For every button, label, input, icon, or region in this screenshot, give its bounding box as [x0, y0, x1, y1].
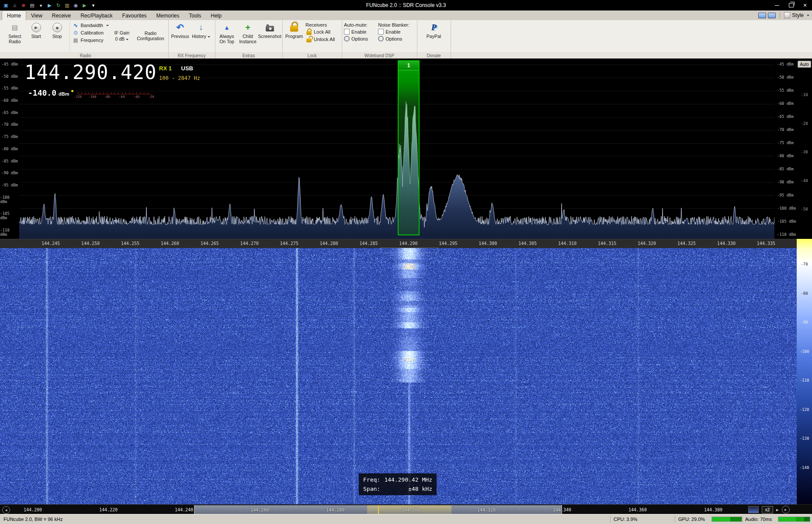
auto-mute-label: Auto-mute: [344, 22, 376, 28]
tab-favourites[interactable]: Favourites [118, 10, 152, 20]
db-axis-label: -75 dBm [1, 134, 18, 139]
tab-help[interactable]: Help [206, 10, 226, 20]
refresh-icon[interactable]: ↻ [55, 2, 62, 9]
group-rx-frequency: Previous History RX Frequency [168, 20, 215, 59]
mode-label[interactable]: USB [181, 65, 193, 72]
device-status: FUNcube 2.0, BW = 96 kHz [3, 517, 62, 522]
auto-mute-enable-checkbox[interactable]: Enable [344, 29, 376, 34]
screen-1-icon[interactable] [758, 13, 766, 18]
tab-view[interactable]: View [26, 10, 47, 20]
noise-blanker-enable-checkbox[interactable]: Enable [378, 29, 415, 34]
screen-2-icon[interactable] [768, 13, 776, 18]
screenshot-button[interactable]: Screenshot [258, 21, 281, 40]
tab-memories[interactable]: Memories [152, 10, 184, 20]
noise-blanker-options-button[interactable]: Options [378, 36, 415, 41]
previous-frequency-button[interactable]: Previous [170, 21, 191, 40]
right-control-strip: Auto -10-20-30-40-50 -70-80-90-100-110-1… [797, 59, 812, 504]
maximize-button[interactable] [784, 0, 798, 10]
style-icon [784, 12, 790, 18]
start-icon[interactable]: ▶ [81, 2, 88, 9]
receiver-1-marker[interactable]: 1 [399, 61, 419, 70]
app-icon[interactable]: ▣ [2, 2, 10, 9]
group-radio: Select Radio Start Stop Bandwidth Calibr… [3, 20, 169, 59]
stop-button[interactable]: Stop [47, 21, 68, 40]
db-axis-label: -75 dBm [777, 141, 794, 145]
play-icon[interactable]: ▶ [46, 2, 53, 9]
down-arrow-icon [199, 23, 203, 32]
scroll-right-button[interactable] [782, 506, 790, 514]
bandwidth-icon [73, 22, 78, 28]
calibration-button[interactable]: Calibration [72, 30, 108, 36]
spectrum-auto-button[interactable]: Auto [798, 61, 811, 68]
frequency-tooltip: Freq: 144.290.42 MHz Span: ±48 kHz [359, 473, 437, 495]
status-bar: FUNcube 2.0, BW = 96 kHz CPU: 3.9% GPU: … [0, 514, 812, 524]
tab-rec-playback[interactable]: Rec/Playback [76, 10, 117, 20]
zoom-button[interactable]: x2 [762, 506, 773, 514]
divider [675, 516, 675, 523]
tab-home[interactable]: Home [2, 10, 26, 20]
scroll-right-arrow-button[interactable] [776, 507, 779, 513]
select-radio-icon[interactable]: ▤ [28, 2, 36, 9]
waterfall-scale-label: -140 [800, 465, 809, 470]
always-on-top-button[interactable]: Always On Top [216, 21, 237, 45]
checkbox-icon [344, 29, 350, 34]
scroll-left-button[interactable] [2, 506, 10, 514]
divider [610, 516, 611, 523]
quick-access-toolbar: ▣⌂⊗▤●▶↻▥◉▶▾ [0, 2, 97, 9]
tooltip-span-label: Span: [363, 486, 380, 492]
radio-icon [12, 24, 18, 31]
waterfall-display[interactable] [0, 248, 797, 504]
spectrum-display[interactable] [19, 59, 774, 239]
receiver-filter-passband[interactable]: 1 [398, 60, 420, 235]
window-controls: × [770, 0, 812, 10]
memories-icon[interactable]: ▥ [63, 2, 71, 9]
sdr-console-window: ▣⌂⊗▤●▶↻▥◉▶▾ FUNcube 2.0 :: SDR Console v… [0, 0, 812, 524]
span-selection-outline [381, 248, 438, 253]
divider [780, 12, 780, 18]
home-icon[interactable]: ⌂ [11, 2, 18, 9]
spectrum-range-slider[interactable]: -10-20-30-40-50 [797, 93, 812, 211]
db-axis-label: -80 dBm [1, 147, 18, 151]
child-instance-button[interactable]: Child Instance [237, 21, 258, 45]
db-axis-label: -70 dBm [777, 128, 794, 132]
auto-mute-options-button[interactable]: Options [344, 36, 376, 41]
bandwidth-button[interactable]: Bandwidth [72, 22, 108, 28]
lock-all-button[interactable]: Lock All [305, 29, 335, 35]
db-axis-label: -60 dBm [777, 101, 794, 106]
tooltip-freq-label: Freq: [363, 476, 380, 483]
db-axis-label: -95 dBm [777, 193, 794, 197]
tab-tools[interactable]: Tools [184, 10, 206, 20]
camera-icon [266, 26, 274, 31]
db-axis-label: -100 dBm [0, 195, 18, 204]
tab-receive[interactable]: Receive [47, 10, 76, 20]
undo-arrow-icon [176, 22, 184, 33]
frequency-button[interactable]: Frequency [72, 37, 108, 43]
db-axis-label: -95 dBm [1, 183, 18, 187]
ribbon-tabs: HomeViewReceiveRec/PlaybackFavouritesMem… [0, 10, 226, 20]
screenshot-icon[interactable]: ◉ [72, 2, 80, 9]
chevron-down-icon [807, 15, 809, 17]
start-button[interactable]: Start [26, 21, 47, 40]
unlock-all-button[interactable]: Unlock All [305, 36, 335, 42]
display-mode-button[interactable] [748, 506, 759, 513]
select-radio-button[interactable]: Select Radio [4, 21, 26, 45]
if-gain-button[interactable]: IF Gain 0 dB [110, 21, 134, 51]
history-button[interactable]: History [191, 21, 212, 40]
db-axis-label: -65 dBm [1, 110, 18, 115]
radio-configuration-button[interactable]: Radio Configuration [134, 21, 167, 51]
style-menu[interactable]: Style [792, 12, 804, 18]
program-lock-button[interactable]: Program [284, 21, 305, 40]
close-button[interactable]: × [798, 0, 812, 10]
customize-arrow-icon[interactable]: ▾ [90, 2, 97, 9]
frequency-readout[interactable]: 144.290.420 [24, 61, 156, 83]
db-axis-label: -85 dBm [777, 167, 794, 171]
power-icon[interactable]: ⊗ [20, 2, 27, 9]
left-arrow-icon [5, 508, 7, 512]
paypal-button[interactable]: PayPal [423, 21, 444, 40]
right-arrow-icon [784, 507, 787, 512]
group-label-wideband-dsp: Wideband DSP [342, 53, 417, 58]
chevron-down-icon [106, 25, 109, 28]
gpu-usage: GPU: 29.0% [678, 517, 705, 522]
minimize-button[interactable] [770, 0, 784, 10]
record-icon[interactable]: ● [37, 2, 45, 9]
